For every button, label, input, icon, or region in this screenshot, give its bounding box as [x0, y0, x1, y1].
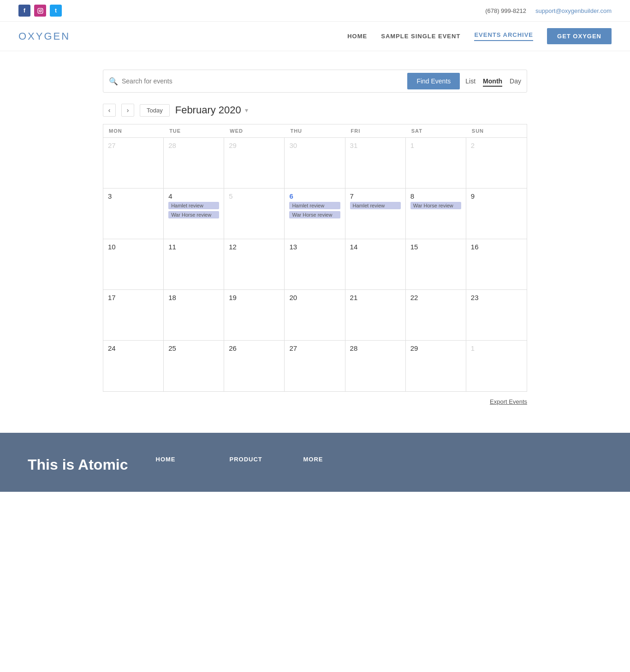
day-cell[interactable]: 26	[224, 341, 285, 391]
social-icons: f t	[18, 5, 62, 17]
day-cell[interactable]: 8 War Horse review	[406, 189, 466, 239]
search-input[interactable]	[122, 77, 407, 85]
header-tue: TUE	[164, 124, 224, 137]
footer-col-home: HOME	[156, 456, 202, 468]
day-cell[interactable]: 28	[164, 138, 224, 188]
prev-month-button[interactable]: ‹	[103, 104, 116, 117]
main-nav: OXYGEN HOME SAMPLE SINGLE EVENT EVENTS A…	[0, 22, 630, 51]
instagram-icon[interactable]	[34, 5, 46, 17]
week-row: 17 18 19 20 21 22 23	[103, 290, 527, 341]
day-cell[interactable]: 3	[103, 189, 164, 239]
twitter-icon[interactable]: t	[50, 5, 62, 17]
footer-product-title: PRODUCT	[230, 456, 276, 463]
event-hamlet[interactable]: Hamlet review	[289, 202, 340, 209]
svg-point-2	[41, 9, 42, 9]
nav-events-archive[interactable]: EVENTS ARCHIVE	[474, 31, 533, 41]
footer-col-more: MORE	[303, 456, 350, 468]
day-cell[interactable]: 2	[466, 138, 527, 188]
day-cell[interactable]: 5	[224, 189, 285, 239]
event-warhorse[interactable]: War Horse review	[410, 202, 461, 209]
day-cell[interactable]: 12	[224, 239, 285, 289]
email-link[interactable]: support@oxygenbuilder.com	[535, 7, 612, 14]
calendar-weeks: 27 28 29 30 31 1 2 3 4 Hamlet review War…	[103, 138, 527, 391]
day-cell[interactable]: 22	[406, 290, 466, 340]
top-bar: f t (678) 999-8212 support@oxygenbuilder…	[0, 0, 630, 22]
calendar-nav: ‹ › Today February 2020 ▾	[103, 104, 527, 117]
day-cell[interactable]: 23	[466, 290, 527, 340]
list-view-option[interactable]: List	[465, 76, 475, 87]
month-dropdown-arrow: ▾	[245, 106, 248, 114]
day-cell[interactable]: 30	[285, 138, 345, 188]
week-row: 3 4 Hamlet review War Horse review 5 6 H…	[103, 189, 527, 239]
search-filter-bar: 🔍 Find Events List Month Day	[103, 70, 527, 93]
day-cell[interactable]: 9	[466, 189, 527, 239]
header-wed: WED	[224, 124, 285, 137]
day-cell[interactable]: 16	[466, 239, 527, 289]
header-mon: MON	[103, 124, 164, 137]
day-cell[interactable]: 24	[103, 341, 164, 391]
footer-top: This is Atomic HOME PRODUCT MORE	[28, 456, 602, 473]
day-cell[interactable]: 31	[345, 138, 406, 188]
header-thu: THU	[285, 124, 345, 137]
svg-rect-0	[38, 8, 43, 13]
search-left: 🔍	[109, 77, 407, 86]
view-options: List Month Day	[465, 76, 521, 87]
header-fri: FRI	[345, 124, 406, 137]
day-cell[interactable]: 1	[466, 341, 527, 391]
month-title[interactable]: February 2020 ▾	[175, 104, 248, 116]
day-cell[interactable]: 14	[345, 239, 406, 289]
phone-number: (678) 999-8212	[485, 7, 526, 14]
day-cell[interactable]: 11	[164, 239, 224, 289]
day-cell[interactable]: 29	[406, 341, 466, 391]
export-events-link[interactable]: Export Events	[103, 398, 527, 405]
day-cell[interactable]: 29	[224, 138, 285, 188]
nav-sample-event[interactable]: SAMPLE SINGLE EVENT	[381, 33, 460, 40]
day-view-option[interactable]: Day	[510, 76, 521, 87]
get-oxygen-button[interactable]: GET OXYGEN	[547, 28, 612, 44]
day-cell[interactable]: 17	[103, 290, 164, 340]
contact-info: (678) 999-8212 support@oxygenbuilder.com	[485, 7, 612, 14]
header-sat: SAT	[406, 124, 466, 137]
footer-col-product: PRODUCT	[230, 456, 276, 468]
footer-tagline: This is Atomic	[28, 456, 128, 473]
day-cell[interactable]: 15	[406, 239, 466, 289]
week-row: 10 11 12 13 14 15 16	[103, 239, 527, 290]
week-row: 27 28 29 30 31 1 2	[103, 138, 527, 189]
nav-home[interactable]: HOME	[347, 33, 367, 40]
day-cell[interactable]: 27	[103, 138, 164, 188]
site-logo[interactable]: OXYGEN	[18, 30, 70, 42]
day-cell[interactable]: 19	[224, 290, 285, 340]
day-cell[interactable]: 28	[345, 341, 406, 391]
day-cell[interactable]: 21	[345, 290, 406, 340]
next-month-button[interactable]: ›	[121, 104, 134, 117]
day-cell[interactable]: 4 Hamlet review War Horse review	[164, 189, 224, 239]
find-events-button[interactable]: Find Events	[407, 73, 460, 89]
nav-links: HOME SAMPLE SINGLE EVENT EVENTS ARCHIVE …	[347, 28, 612, 44]
facebook-icon[interactable]: f	[18, 5, 30, 17]
day-cell[interactable]: 7 Hamlet review	[345, 189, 406, 239]
day-cell[interactable]: 18	[164, 290, 224, 340]
search-icon: 🔍	[109, 77, 118, 86]
main-content: 🔍 Find Events List Month Day ‹ › Today F…	[94, 70, 536, 405]
footer: This is Atomic HOME PRODUCT MORE	[0, 433, 630, 492]
day-cell[interactable]: 6 Hamlet review War Horse review	[285, 189, 345, 239]
day-cell[interactable]: 1	[406, 138, 466, 188]
footer-more-title: MORE	[303, 456, 350, 463]
event-hamlet[interactable]: Hamlet review	[350, 202, 401, 209]
event-warhorse[interactable]: War Horse review	[289, 211, 340, 218]
day-cell[interactable]: 27	[285, 341, 345, 391]
header-sun: SUN	[466, 124, 527, 137]
month-view-option[interactable]: Month	[483, 76, 502, 87]
day-cell[interactable]: 13	[285, 239, 345, 289]
event-warhorse[interactable]: War Horse review	[168, 211, 219, 218]
week-row: 24 25 26 27 28 29 1	[103, 341, 527, 391]
today-button[interactable]: Today	[140, 104, 170, 117]
day-cell[interactable]: 25	[164, 341, 224, 391]
footer-home-title: HOME	[156, 456, 202, 463]
calendar-grid: MON TUE WED THU FRI SAT SUN 27 28 29 30 …	[103, 124, 527, 392]
event-hamlet[interactable]: Hamlet review	[168, 202, 219, 209]
svg-point-1	[39, 10, 41, 12]
day-cell[interactable]: 20	[285, 290, 345, 340]
day-headers: MON TUE WED THU FRI SAT SUN	[103, 124, 527, 138]
day-cell[interactable]: 10	[103, 239, 164, 289]
